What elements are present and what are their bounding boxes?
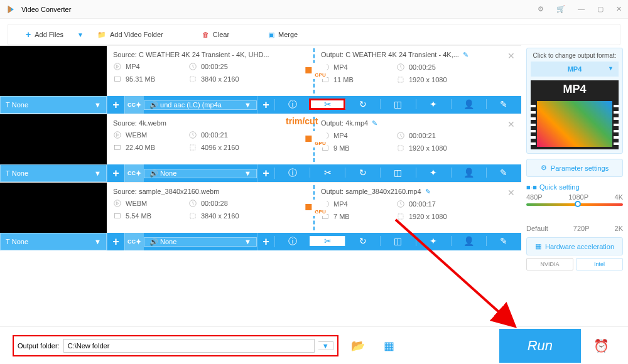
svg-rect-3	[190, 77, 195, 82]
nvidia-chip[interactable]: NVIDIA	[526, 258, 573, 270]
add-audio-button[interactable]: +	[257, 233, 274, 250]
subtitle-select[interactable]: T None▼	[0, 164, 107, 182]
format-button[interactable]: MP4	[531, 62, 619, 77]
file-list: Source: C WEATHER 4K 24 Transient - 4K, …	[0, 45, 521, 320]
hardware-accel-button[interactable]: ▦Hardware acceleration	[526, 237, 623, 255]
cut-icon[interactable]: ✂	[310, 168, 345, 178]
output-format: MP4	[321, 63, 384, 72]
svg-rect-4	[305, 67, 311, 73]
add-subtitle-button[interactable]: +	[107, 164, 124, 182]
format-preview: MP4	[531, 80, 619, 149]
remove-item-icon[interactable]: ✕	[507, 119, 515, 129]
effects-icon[interactable]: ✦	[416, 168, 451, 178]
subtitle-select[interactable]: T None▼	[0, 233, 107, 250]
add-subtitle-button[interactable]: +	[107, 233, 124, 250]
add-audio-button[interactable]: +	[257, 96, 274, 114]
cut-icon[interactable]: ✂	[310, 236, 345, 246]
svg-rect-26	[398, 214, 403, 219]
add-subtitle-button[interactable]: +	[107, 96, 124, 114]
quality-slider[interactable]	[526, 203, 623, 222]
crop-icon[interactable]: ◫	[380, 236, 415, 246]
svg-rect-11	[114, 146, 120, 150]
parameter-settings-button[interactable]: ⚙Parameter settings	[526, 159, 623, 177]
cc-button[interactable]: CC✦	[124, 96, 144, 114]
main-toolbar: +Add Files ▼ 📁Add Video Folder 🗑Clear ▣M…	[8, 24, 620, 45]
rotate-icon[interactable]: ↻	[345, 236, 380, 246]
rotate-icon[interactable]: ↻	[345, 168, 380, 178]
subtitle-select[interactable]: T None▼	[0, 96, 107, 114]
effects-icon[interactable]: ✦	[416, 236, 451, 246]
svg-rect-22	[305, 204, 311, 210]
playlist-icon[interactable]: ▦	[377, 339, 401, 353]
watermark-icon[interactable]: 👤	[451, 236, 486, 246]
edit-tool-icon[interactable]: ✎	[486, 236, 521, 246]
folder-dropdown-icon[interactable]: ▼	[318, 341, 333, 350]
source-size: 95.31 MB	[113, 75, 176, 83]
svg-point-18	[114, 200, 121, 207]
output-folder-label: Output folder:	[18, 342, 60, 350]
gift-icon[interactable]: ⚙	[538, 5, 544, 13]
source-title: Source: sample_3840x2160.webm	[113, 188, 307, 195]
run-button[interactable]: Run	[499, 329, 581, 363]
output-size: 11 MB	[321, 75, 384, 84]
edit-icon[interactable]: ✎	[463, 51, 468, 58]
source-duration: 00:00:25	[188, 62, 251, 71]
info-icon[interactable]: ⓘ	[274, 236, 310, 247]
output-folder-group: Output folder: ▼	[13, 335, 338, 356]
add-audio-button[interactable]: +	[257, 164, 274, 182]
remove-item-icon[interactable]: ✕	[507, 188, 515, 198]
gpu-icon: GPU	[301, 63, 327, 79]
add-files-button[interactable]: +Add Files	[21, 27, 68, 42]
chip-icon: ▦	[535, 242, 541, 250]
output-folder-input[interactable]	[63, 339, 315, 353]
source-dimensions: 3840 x 2160	[188, 75, 251, 83]
video-thumbnail	[0, 46, 107, 96]
watermark-icon[interactable]: 👤	[451, 99, 486, 109]
edit-icon[interactable]: ✎	[425, 188, 431, 195]
svg-point-0	[114, 63, 121, 70]
close-icon[interactable]: ✕	[616, 5, 622, 13]
cut-icon[interactable]: ✂	[310, 99, 345, 109]
file-item: Source: sample_3840x2160.webm WEBM00:00:…	[0, 182, 521, 250]
info-icon[interactable]: ⓘ	[274, 168, 310, 179]
remove-item-icon[interactable]: ✕	[507, 51, 515, 61]
audio-select[interactable]: 🔊 None▼	[144, 237, 257, 247]
edit-tool-icon[interactable]: ✎	[486, 99, 521, 109]
add-folder-button[interactable]: 📁Add Video Folder	[92, 28, 168, 41]
format-selector[interactable]: Click to change output format: MP4 MP4	[526, 48, 623, 154]
intel-chip[interactable]: Intel	[576, 258, 623, 270]
effects-icon[interactable]: ✦	[416, 99, 451, 109]
open-folder-icon[interactable]: 📂	[345, 339, 371, 353]
cc-button[interactable]: CC✦	[124, 233, 144, 250]
file-item: Source: 4k.webm WEBM00:00:21 22.40 MB409…	[0, 114, 521, 182]
cart-icon[interactable]: 🛒	[556, 5, 565, 13]
rotate-icon[interactable]: ↻	[345, 99, 380, 109]
svg-rect-21	[190, 213, 195, 218]
bottom-bar: Output folder: ▼ 📂 ▦ Run ⏰	[0, 326, 628, 364]
minimize-icon[interactable]: —	[578, 5, 585, 13]
add-files-dropdown-icon[interactable]: ▼	[73, 31, 87, 38]
edit-icon[interactable]: ✎	[372, 119, 377, 127]
svg-point-9	[114, 132, 121, 139]
info-icon[interactable]: ⓘ	[274, 99, 310, 110]
file-item: Source: C WEATHER 4K 24 Transient - 4K, …	[0, 45, 521, 114]
crop-icon[interactable]: ◫	[380, 99, 415, 109]
svg-rect-17	[398, 146, 403, 151]
restore-icon[interactable]: ▢	[597, 5, 604, 13]
output-dimensions: 1920 x 1080	[396, 75, 459, 84]
merge-button[interactable]: ▣Merge	[263, 28, 303, 41]
format-label: Click to change output format:	[531, 52, 619, 59]
crop-icon[interactable]: ◫	[380, 168, 415, 178]
title-bar: Video Converter ⚙ 🛒 — ▢ ✕	[0, 0, 628, 19]
svg-rect-13	[305, 136, 311, 142]
audio-select[interactable]: 🔊 und aac (LC) (mp4a▼	[144, 100, 257, 110]
edit-tool-icon[interactable]: ✎	[486, 168, 521, 178]
output-duration: 00:00:25	[396, 63, 459, 72]
source-title: Source: C WEATHER 4K 24 Transient - 4K, …	[113, 51, 307, 58]
clear-button[interactable]: 🗑Clear	[197, 28, 234, 41]
watermark-icon[interactable]: 👤	[451, 168, 486, 178]
gpu-icon: GPU	[301, 131, 327, 147]
audio-select[interactable]: 🔊 None▼	[144, 169, 257, 178]
cc-button[interactable]: CC✦	[124, 164, 144, 182]
schedule-icon[interactable]: ⏰	[587, 338, 615, 353]
